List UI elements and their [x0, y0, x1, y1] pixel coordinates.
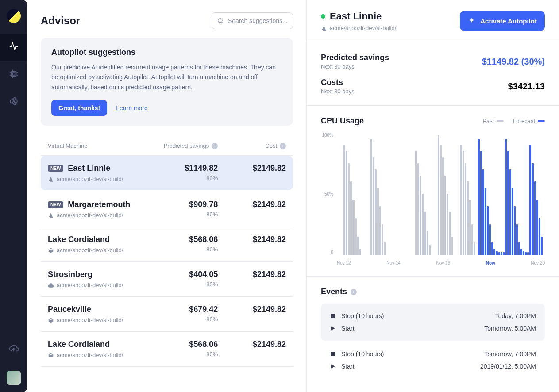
- col-header-savings: Predicted savings i: [150, 142, 218, 149]
- status-dot-online: [321, 14, 325, 19]
- legend-past: Past: [482, 118, 504, 124]
- chart-bar: [514, 206, 516, 255]
- table-row[interactable]: Lake Cordialand acme/snoozit-dev/si-buil…: [41, 227, 293, 262]
- detail-title: East Linnie: [321, 11, 396, 22]
- aws-icon: [48, 352, 54, 358]
- user-avatar[interactable]: [7, 371, 21, 385]
- chart-bar: [429, 245, 431, 255]
- svg-rect-4: [331, 352, 335, 356]
- chart-bar: [438, 135, 439, 255]
- chart-bar: [350, 181, 352, 255]
- vm-path: acme/snoozit-dev/si-build/: [48, 317, 150, 323]
- metric-costs-value: $3421.13: [508, 81, 545, 92]
- info-icon[interactable]: i: [280, 143, 286, 149]
- detail-panel: East Linnie acme/snoozit-dev/si-build/ A…: [307, 0, 559, 392]
- azure-icon: [48, 212, 54, 219]
- aws-icon: [48, 247, 54, 254]
- chart-bar: [427, 231, 428, 255]
- table-row[interactable]: Paucekville acme/snoozit-dev/si-build/ $…: [41, 297, 293, 332]
- learn-more-link[interactable]: Learn more: [116, 104, 148, 111]
- chart-bar: [382, 224, 383, 255]
- chart-bar: [355, 218, 357, 255]
- chart-bar: [485, 188, 486, 255]
- dismiss-button[interactable]: Great, thanks!: [51, 100, 107, 116]
- nav-advisor[interactable]: [0, 34, 27, 61]
- svg-rect-1: [12, 73, 15, 75]
- chart-bar: [463, 151, 464, 255]
- metric-savings-sub: Next 30 days: [321, 63, 389, 70]
- chart-title: CPU Usage: [321, 116, 364, 126]
- savings-percent: 80%: [150, 211, 218, 218]
- chart-bar: [505, 139, 507, 255]
- savings-amount: $679.42: [150, 305, 218, 314]
- chart-bar: [449, 212, 451, 255]
- metric-savings-value: $1149.82 (30%): [482, 57, 545, 67]
- table-row[interactable]: NEW Margaretemouth acme/snoozit-dev/si-b…: [41, 192, 293, 227]
- logo[interactable]: [5, 7, 23, 25]
- table-row[interactable]: Strosinberg acme/snoozit-dev/si-build/ $…: [41, 262, 293, 297]
- vm-name: Lake Cordialand: [48, 340, 150, 349]
- aws-icon: [48, 317, 54, 323]
- info-icon[interactable]: i: [351, 289, 357, 295]
- chart-bar: [523, 251, 524, 255]
- chart-bar: [359, 249, 361, 255]
- vm-name: Paucekville: [48, 305, 150, 314]
- nav-upload[interactable]: [0, 335, 27, 363]
- col-header-cost: Cost i: [218, 142, 286, 149]
- detail-path: acme/snoozit-dev/si-build/: [321, 25, 396, 31]
- chart-bar: [532, 163, 533, 255]
- chart-bar: [507, 151, 509, 255]
- chart-bar: [482, 169, 484, 255]
- chart-bar: [357, 237, 359, 255]
- info-icon[interactable]: i: [212, 143, 218, 149]
- metric-savings-label: Predicted savings: [321, 53, 389, 62]
- event-label: Stop (10 hours): [341, 312, 495, 319]
- chart-bar: [417, 163, 419, 255]
- chart-bar: [422, 194, 424, 255]
- x-tick: Nov 14: [386, 261, 401, 265]
- table-row[interactable]: NEW East Linnie acme/snoozit-dev/si-buil…: [41, 156, 293, 190]
- chart-bar: [440, 145, 442, 255]
- chart-bar: [541, 237, 543, 255]
- savings-percent: 80%: [150, 175, 218, 181]
- chart-bar: [377, 188, 379, 255]
- svg-rect-3: [331, 314, 335, 318]
- chart-bar: [474, 242, 475, 255]
- event-label: Stop (10 hours): [341, 350, 484, 357]
- chart-bar: [375, 169, 377, 255]
- cost-amount: $2149.82: [218, 235, 286, 244]
- savings-percent: 80%: [150, 281, 218, 288]
- advisor-panel: Advisor Autopilot suggestions Our predic…: [27, 0, 307, 392]
- chart-bar: [370, 139, 372, 255]
- vm-path: acme/snoozit-dev/si-build/: [48, 176, 150, 182]
- sidebar: [0, 0, 27, 392]
- event-label: Start: [341, 325, 484, 332]
- chart-bar: [529, 145, 531, 255]
- chart-bar: [460, 145, 462, 255]
- savings-amount: $568.06: [150, 340, 218, 349]
- activity-icon: [9, 42, 19, 54]
- chart-bar: [424, 212, 426, 255]
- vm-path: acme/snoozit-dev/si-build/: [48, 212, 150, 219]
- new-badge: NEW: [48, 201, 63, 208]
- chart-bar: [498, 252, 500, 255]
- event-row: Stop (10 hours) Tomorrow, 7:00PM: [330, 348, 536, 360]
- nav-infinity[interactable]: [0, 88, 27, 116]
- table-row[interactable]: Lake Cordialand acme/snoozit-dev/si-buil…: [41, 332, 293, 367]
- nav-resources[interactable]: [0, 61, 27, 88]
- svg-point-2: [218, 19, 222, 23]
- autopilot-callout: Autopilot suggestions Our predictive AI …: [41, 38, 293, 126]
- chart-bar: [379, 206, 381, 255]
- event-label: Start: [341, 363, 480, 370]
- activate-autopilot-button[interactable]: Activate Autopilot: [460, 11, 545, 31]
- chart-bar: [420, 176, 421, 255]
- chart-bar: [501, 252, 502, 255]
- cost-amount: $2149.82: [218, 200, 286, 209]
- gcp-icon: [48, 282, 54, 288]
- chart-bar: [467, 181, 469, 255]
- chart-bar: [348, 163, 350, 255]
- chart-bar: [509, 169, 511, 255]
- chart-bar: [444, 176, 446, 255]
- chart-bar: [343, 145, 345, 255]
- savings-amount: $568.06: [150, 235, 218, 244]
